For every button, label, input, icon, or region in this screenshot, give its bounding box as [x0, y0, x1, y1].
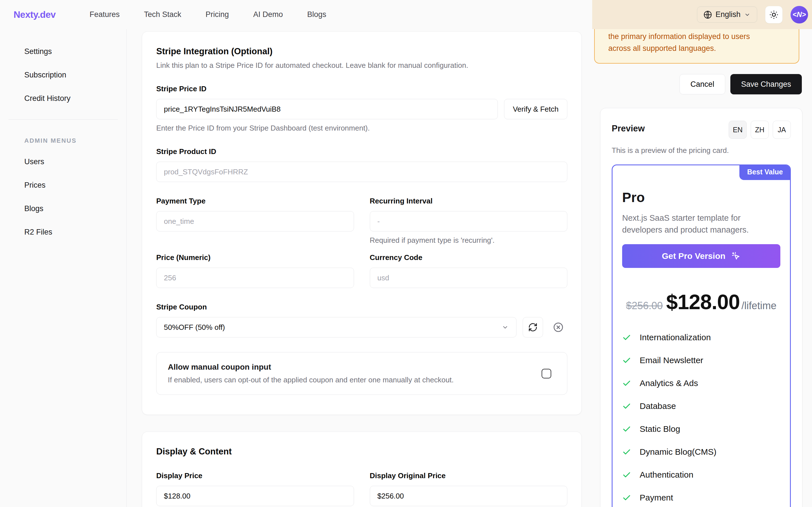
chevron-down-icon — [501, 324, 509, 331]
translation-notice: the primary information displayed to use… — [594, 29, 799, 64]
check-icon — [622, 379, 631, 388]
refresh-icon — [528, 323, 538, 332]
feature-label: Dynamic Blog(CMS) — [640, 447, 716, 457]
feature-label: Static Blog — [640, 424, 680, 434]
sidebar-item-blogs[interactable]: Blogs — [24, 204, 126, 213]
cta-label: Get Pro Version — [662, 251, 725, 261]
top-navigation-bar: Nexty.dev Features Tech Stack Pricing AI… — [0, 0, 812, 29]
preview-tab-ja[interactable]: JA — [773, 121, 791, 139]
sun-icon — [769, 10, 779, 19]
display-price-label: Display Price — [156, 471, 354, 480]
feature-item: Payment — [622, 493, 780, 503]
feature-item: Dynamic Blog(CMS) — [622, 447, 780, 457]
stripe-coupon-label: Stripe Coupon — [156, 303, 567, 312]
nav-item-blogs[interactable]: Blogs — [307, 10, 326, 19]
manual-coupon-title: Allow manual coupon input — [168, 362, 454, 372]
original-price: $256.00 — [626, 300, 663, 312]
header-actions: English <N> — [697, 6, 808, 23]
sidebar-item-prices[interactable]: Prices — [24, 181, 126, 190]
feature-item: Authentication — [622, 470, 780, 480]
feature-label: Analytics & Ads — [640, 379, 698, 388]
sidebar-admin-caption: ADMIN MENUS — [0, 120, 126, 145]
best-value-badge: Best Value — [739, 165, 791, 180]
feature-item: Database — [622, 401, 780, 411]
notice-line-2: across all supported languages. — [608, 43, 785, 55]
theme-toggle-button[interactable] — [765, 6, 783, 23]
check-icon — [622, 402, 631, 411]
app-logo[interactable]: Nexty.dev — [13, 9, 56, 20]
recurring-interval-input[interactable] — [370, 211, 568, 231]
clear-coupon-button[interactable] — [549, 318, 567, 336]
preview-tab-zh[interactable]: ZH — [751, 121, 769, 139]
x-circle-icon — [553, 322, 564, 333]
manual-coupon-checkbox[interactable] — [542, 369, 551, 379]
payment-type-input[interactable] — [156, 211, 354, 231]
display-original-price-input[interactable] — [370, 486, 568, 506]
display-original-price-label: Display Original Price — [370, 471, 568, 480]
plan-name: Pro — [622, 190, 780, 205]
stripe-product-id-label: Stripe Product ID — [156, 147, 567, 156]
notice-line-1: the primary information displayed to use… — [608, 31, 785, 43]
feature-list: Internationalization Email Newsletter An… — [622, 333, 780, 507]
payment-type-label: Payment Type — [156, 197, 354, 206]
feature-label: Email Newsletter — [640, 355, 703, 365]
feature-label: Authentication — [640, 470, 693, 480]
sidebar-item-users[interactable]: Users — [24, 157, 126, 166]
manual-coupon-description: If enabled, users can opt-out of the app… — [168, 376, 454, 384]
manual-coupon-box: Allow manual coupon input If enabled, us… — [156, 352, 567, 395]
stripe-price-id-help: Enter the Price ID from your Stripe Dash… — [156, 124, 567, 132]
preview-tab-en[interactable]: EN — [729, 121, 747, 139]
globe-icon — [703, 10, 712, 19]
recurring-interval-help: Required if payment type is 'recurring'. — [370, 236, 568, 245]
sidebar: Settings Subscription Credit History ADM… — [0, 29, 127, 507]
sidebar-item-credit-history[interactable]: Credit History — [24, 94, 126, 103]
sidebar-item-r2-files[interactable]: R2 Files — [24, 228, 126, 236]
display-content-card: Display & Content Display Price The pric… — [142, 432, 582, 507]
nav-item-tech-stack[interactable]: Tech Stack — [144, 10, 181, 19]
price-numeric-label: Price (Numeric) — [156, 253, 354, 262]
feature-label: Internationalization — [640, 333, 711, 342]
check-icon — [622, 470, 631, 479]
currency-code-input[interactable] — [370, 268, 568, 288]
stripe-price-id-label: Stripe Price ID — [156, 84, 567, 93]
stripe-section-subtitle: Link this plan to a Stripe Price ID for … — [156, 61, 567, 70]
chevron-down-icon — [744, 11, 751, 18]
sidebar-user-menu: Settings Subscription Credit History — [0, 29, 126, 103]
display-price-input[interactable] — [156, 486, 354, 506]
check-icon — [622, 447, 631, 456]
nav-item-pricing[interactable]: Pricing — [206, 10, 229, 19]
feature-item: Analytics & Ads — [622, 379, 780, 388]
stripe-coupon-value: 50%OFF (50% off) — [164, 323, 225, 332]
nav-item-features[interactable]: Features — [89, 10, 120, 19]
form-actions: Cancel Save Changes — [680, 74, 802, 94]
display-section-title: Display & Content — [156, 447, 567, 457]
stripe-product-id-input[interactable] — [156, 162, 567, 182]
feature-item: Internationalization — [622, 333, 780, 342]
feature-item: Email Newsletter — [622, 355, 780, 365]
language-selector[interactable]: English — [697, 6, 757, 22]
sidebar-item-subscription[interactable]: Subscription — [24, 71, 126, 79]
price-interval: /lifetime — [741, 300, 776, 312]
plan-description: Next.js SaaS starter template for develo… — [622, 212, 780, 236]
price-numeric-input[interactable] — [156, 268, 354, 288]
sidebar-item-settings[interactable]: Settings — [24, 47, 126, 56]
get-pro-version-button[interactable]: Get Pro Version — [622, 244, 780, 268]
main-nav: Features Tech Stack Pricing AI Demo Blog… — [89, 10, 326, 19]
language-label: English — [715, 10, 741, 19]
cancel-button[interactable]: Cancel — [680, 74, 725, 94]
refresh-coupons-button[interactable] — [523, 317, 543, 337]
recurring-interval-label: Recurring Interval — [370, 197, 568, 206]
verify-fetch-button[interactable]: Verify & Fetch — [504, 99, 567, 119]
stripe-section-title: Stripe Integration (Optional) — [156, 46, 567, 57]
nav-item-ai-demo[interactable]: AI Demo — [253, 10, 283, 19]
save-changes-button[interactable]: Save Changes — [730, 74, 802, 94]
stripe-price-id-input[interactable] — [156, 99, 498, 119]
user-avatar[interactable]: <N> — [791, 6, 808, 23]
pricing-card-preview: Best Value Pro Next.js SaaS starter temp… — [612, 165, 791, 507]
check-icon — [622, 425, 631, 434]
mouse-pointer-click-icon — [731, 251, 741, 261]
stripe-coupon-select[interactable]: 50%OFF (50% off) — [156, 317, 516, 337]
feature-label: Payment — [640, 493, 673, 503]
currency-code-label: Currency Code — [370, 253, 568, 262]
check-icon — [622, 493, 631, 502]
